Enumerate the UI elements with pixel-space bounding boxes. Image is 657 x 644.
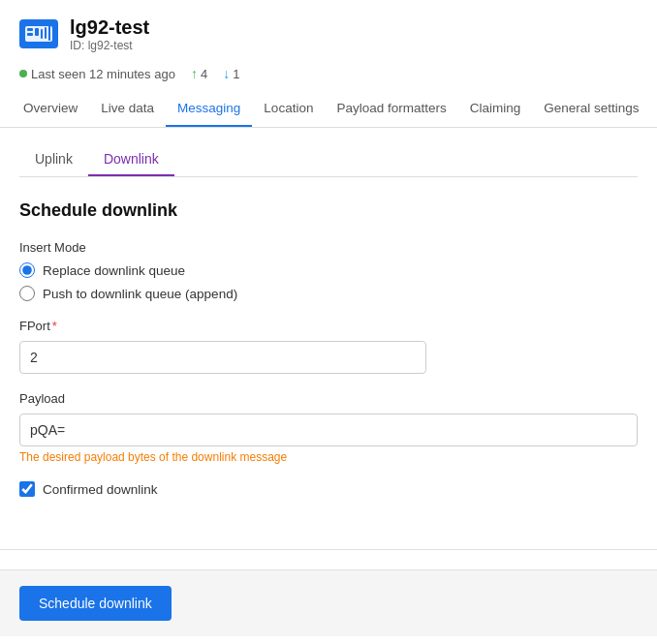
svg-rect-2 [27,33,33,36]
tab-payload-formatters[interactable]: Payload formatters [325,91,457,127]
status-dot [19,70,27,77]
radio-replace-input[interactable] [19,262,35,278]
svg-rect-4 [41,29,43,39]
device-name: lg92-test [70,15,149,39]
payload-group: Payload pQA= The desired payload bytes o… [19,391,638,464]
uplink-count: ↑ 4 [191,66,207,81]
payload-input[interactable]: pQA= [19,414,638,446]
tab-messaging[interactable]: Messaging [166,91,252,127]
confirmed-checkbox[interactable] [19,481,35,497]
divider [0,549,657,550]
payload-label: Payload [19,391,638,406]
uplink-count-value: 4 [201,67,207,81]
confirmed-label: Confirmed downlink [43,482,158,497]
downlink-count: ↓ 1 [223,66,239,81]
svg-rect-3 [35,28,39,36]
tab-general-settings[interactable]: General settings [532,91,650,127]
sub-tab-uplink[interactable]: Uplink [19,143,88,176]
downlink-arrow-icon: ↓ [223,66,230,81]
fport-label: FPort* [19,319,638,333]
svg-rect-5 [45,27,47,39]
tab-location[interactable]: Location [252,91,325,127]
tab-overview[interactable]: Overview [12,91,89,127]
payload-hint: The desired payload bytes of the downlin… [19,450,638,464]
device-header: lg92-test ID: lg92-test [0,0,657,62]
fport-group: FPort* 2 [19,319,638,374]
confirmed-group: Confirmed downlink [19,481,638,497]
tab-live-data[interactable]: Live data [89,91,166,127]
last-seen-text: Last seen 12 minutes ago [31,67,175,81]
last-seen-status: Last seen 12 minutes ago [19,67,175,81]
radio-group: Replace downlink queue Push to downlink … [19,262,638,301]
action-bar: Schedule downlink [0,569,657,636]
sub-tabs: Uplink Downlink [19,143,638,177]
status-bar: Last seen 12 minutes ago ↑ 4 ↓ 1 [0,62,657,91]
insert-mode-group: Insert Mode Replace downlink queue Push … [19,240,638,301]
fport-input[interactable]: 2 [19,341,426,374]
radio-replace[interactable]: Replace downlink queue [19,262,638,278]
uplink-arrow-icon: ↑ [191,66,198,81]
radio-replace-label: Replace downlink queue [43,263,185,278]
confirmed-checkbox-label[interactable]: Confirmed downlink [19,481,638,497]
schedule-downlink-form: Schedule downlink Insert Mode Replace do… [19,200,638,497]
svg-rect-1 [27,28,33,31]
device-icon [19,19,58,48]
nav-tabs: Overview Live data Messaging Location Pa… [0,91,657,128]
content-area: Uplink Downlink Schedule downlink Insert… [0,128,657,530]
radio-push-label: Push to downlink queue (append) [43,287,237,301]
section-title: Schedule downlink [19,200,638,221]
svg-rect-6 [48,25,50,41]
downlink-count-value: 1 [233,67,239,81]
insert-mode-label: Insert Mode [19,240,638,255]
device-title: lg92-test ID: lg92-test [70,15,149,52]
tab-claiming[interactable]: Claiming [458,91,533,127]
radio-push[interactable]: Push to downlink queue (append) [19,286,638,301]
fport-required: * [52,319,57,333]
radio-push-input[interactable] [19,286,35,301]
sub-tab-downlink[interactable]: Downlink [88,143,174,176]
schedule-downlink-button[interactable]: Schedule downlink [19,586,172,621]
device-id: ID: lg92-test [70,39,149,52]
